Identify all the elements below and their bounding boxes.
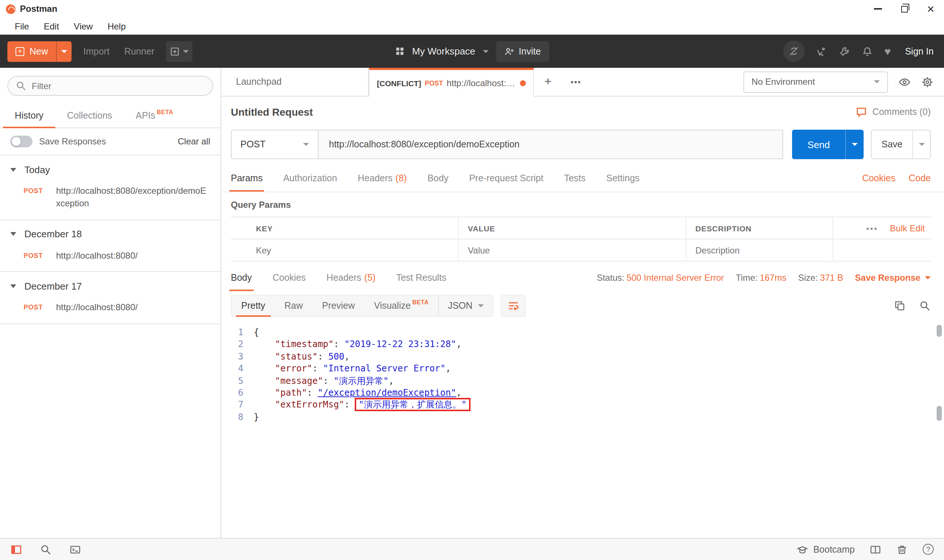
postman-logo-icon [6,4,15,14]
table-header-row: KEY VALUE DESCRIPTION ••• Bulk Edit [231,217,931,240]
tab-collections[interactable]: Collections [55,104,124,128]
cookies-link[interactable]: Cookies [862,173,895,183]
settings-wrench-icon[interactable] [839,45,850,57]
runner-button[interactable]: Runner [121,46,157,56]
response-tab-headers[interactable]: Headers (5) [326,265,375,291]
url-input[interactable] [318,130,783,159]
scrollbar-thumb[interactable] [936,406,942,421]
menu-edit[interactable]: Edit [37,21,66,31]
new-button[interactable]: + New [8,41,71,62]
scrollbar-thumb[interactable] [936,325,942,337]
help-icon[interactable]: ? [922,544,934,555]
chevron-down-icon [303,143,309,146]
bootcamp-button[interactable]: Bootcamp [796,543,855,555]
tab-prerequest-script[interactable]: Pre-request Script [469,165,543,192]
tab-authorization[interactable]: Authorization [283,165,337,192]
history-item[interactable]: POST http://localhost:8080/exception/dem… [0,183,221,214]
send-button[interactable]: Send [792,130,845,159]
response-body[interactable]: 1{2 "timestamp": "2019-12-22 23:31:28",3… [221,320,944,538]
history-group-header[interactable]: December 18 [0,220,221,248]
tab-headers[interactable]: Headers (8) [358,165,407,192]
new-dropdown-button[interactable] [56,41,71,62]
save-response-button[interactable]: Save Response [855,272,931,283]
format-select[interactable]: JSON [438,295,493,316]
interceptor-satellite-icon[interactable] [816,45,827,57]
tab-options-button[interactable]: ••• [562,68,590,96]
tab-params[interactable]: Params [231,165,262,192]
view-preview[interactable]: Preview [312,295,364,316]
search-response-icon[interactable] [919,300,931,312]
sign-in-button[interactable]: Sign In [905,46,934,56]
sync-disabled-button[interactable] [783,40,805,62]
view-raw[interactable]: Raw [275,295,312,316]
param-value-input[interactable] [468,245,686,255]
column-value: VALUE [468,224,495,232]
bulk-edit-link[interactable]: Bulk Edit [890,223,925,233]
minimize-button[interactable] [864,0,891,18]
import-button[interactable]: Import [80,46,113,56]
response-json-link[interactable]: "/exception/demoException" [318,388,456,398]
tab-launchpad[interactable]: Launchpad [221,68,369,96]
close-button[interactable]: ✕ [918,0,944,18]
save-dropdown-button[interactable] [912,131,930,158]
history-item[interactable]: POST http://localhost:8080/ [0,300,221,317]
console-icon[interactable] [69,543,81,555]
tab-body[interactable]: Body [427,165,449,192]
save-responses-toggle[interactable] [10,135,32,148]
new-tab-button[interactable]: + [534,68,562,96]
response-meta: Status:500 Internal Server Error Time:16… [597,272,931,283]
trash-icon[interactable] [896,543,908,555]
restore-button[interactable] [891,0,918,18]
query-params-section: Query Params KEY VALUE DESCRIPTION ••• B… [221,192,944,262]
filter-input[interactable] [8,76,213,96]
params-more-icon[interactable]: ••• [866,224,878,232]
settings-gear-icon[interactable] [921,75,934,88]
history-item-method: POST [23,250,56,263]
tab-active-request[interactable]: [CONFLICT] POST http://localhost:80... [369,68,534,97]
tab-history[interactable]: History [3,104,55,128]
clear-all-button[interactable]: Clear all [178,136,210,147]
history-item[interactable]: POST http://localhost:8080/ [0,248,221,266]
unsaved-dot-icon [520,80,526,86]
method-select[interactable]: POST [231,130,318,159]
tab-tests[interactable]: Tests [564,165,586,192]
view-visualize[interactable]: Visualize BETA [364,295,438,316]
code-link[interactable]: Code [909,173,931,183]
response-tab-test-results[interactable]: Test Results [396,265,446,291]
invite-button[interactable]: Invite [496,41,549,62]
menu-view[interactable]: View [66,21,100,31]
param-description-input[interactable] [696,245,833,255]
comments-button[interactable]: Comments (0) [856,106,931,117]
response-tab-cookies[interactable]: Cookies [273,265,306,291]
workspace-name[interactable]: My Workspace [412,46,475,57]
wrap-lines-button[interactable] [500,295,526,317]
statusbar-right: Bootcamp ? [796,543,934,555]
sidebar-toggle-icon[interactable] [10,543,22,555]
menu-help[interactable]: Help [100,21,133,31]
copy-icon[interactable] [894,300,905,312]
favorites-heart-icon[interactable]: ♥ [884,46,891,57]
send-dropdown-button[interactable] [845,130,864,159]
find-icon[interactable] [40,543,52,555]
param-key-input[interactable] [256,245,458,255]
tab-apis[interactable]: APIs BETA [124,104,185,128]
history-group-header[interactable]: December 17 [0,272,221,300]
tab-settings[interactable]: Settings [606,165,639,192]
line-number: 8 [221,411,254,423]
restore-icon [901,6,907,12]
two-pane-layout-icon[interactable] [870,543,881,555]
save-button[interactable]: Save [872,131,912,158]
history-group-header[interactable]: Today [0,155,221,183]
new-window-button[interactable] [166,41,193,62]
notifications-bell-icon[interactable] [861,45,873,57]
environment-select[interactable]: No Environment [743,71,888,92]
comments-label: Comments (0) [873,106,931,117]
response-actions [894,300,931,312]
view-pretty[interactable]: Pretty [231,295,275,316]
window-controls: ✕ [864,0,944,18]
code-line: 4 "error": "Internal Server Error", [221,363,944,375]
menu-file[interactable]: File [8,21,37,31]
response-tab-body[interactable]: Body [231,265,252,291]
environment-quicklook-eye-icon[interactable] [898,75,911,88]
format-value: JSON [448,301,473,311]
